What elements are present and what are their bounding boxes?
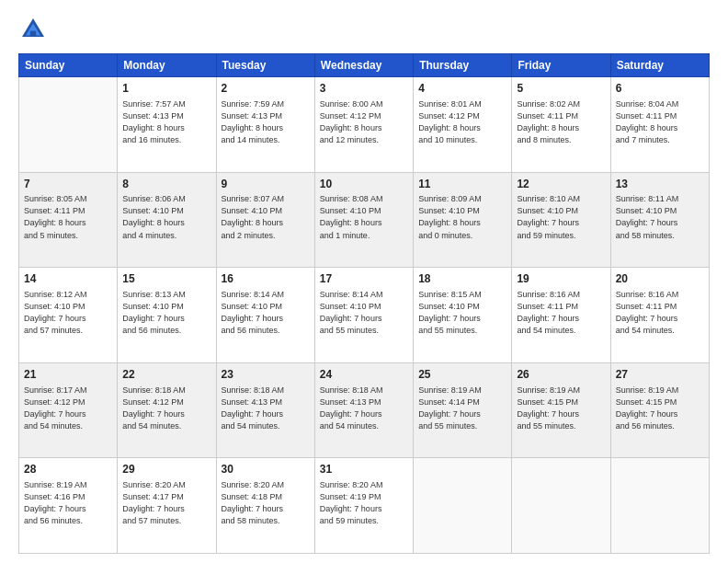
day-number: 5: [517, 81, 605, 97]
calendar-cell: 5Sunrise: 8:02 AM Sunset: 4:11 PM Daylig…: [512, 77, 610, 173]
calendar-cell: 11Sunrise: 8:09 AM Sunset: 4:10 PM Dayli…: [414, 172, 512, 268]
page: SundayMondayTuesdayWednesdayThursdayFrid…: [0, 0, 728, 563]
day-number: 3: [320, 81, 408, 97]
day-number: 28: [24, 462, 112, 477]
day-number: 27: [616, 367, 704, 383]
day-number: 22: [122, 367, 210, 383]
svg-rect-2: [30, 31, 36, 37]
calendar-cell: 13Sunrise: 8:11 AM Sunset: 4:10 PM Dayli…: [610, 172, 709, 268]
calendar-cell: [610, 458, 709, 554]
day-number: 17: [320, 271, 408, 287]
weekday-header-tuesday: Tuesday: [216, 54, 314, 77]
day-number: 25: [418, 367, 506, 383]
day-info: Sunrise: 8:19 AM Sunset: 4:14 PM Dayligh…: [418, 385, 506, 432]
calendar-cell: 16Sunrise: 8:14 AM Sunset: 4:10 PM Dayli…: [216, 268, 314, 363]
day-number: 2: [222, 81, 310, 97]
calendar-cell: 12Sunrise: 8:10 AM Sunset: 4:10 PM Dayli…: [512, 172, 610, 268]
weekday-header-monday: Monday: [118, 54, 216, 77]
day-number: 6: [616, 81, 704, 97]
weekday-header-wednesday: Wednesday: [314, 54, 413, 77]
day-info: Sunrise: 8:07 AM Sunset: 4:10 PM Dayligh…: [222, 193, 310, 241]
day-info: Sunrise: 8:04 AM Sunset: 4:11 PM Dayligh…: [616, 98, 704, 146]
day-info: Sunrise: 8:08 AM Sunset: 4:10 PM Dayligh…: [320, 193, 408, 241]
calendar-cell: 19Sunrise: 8:16 AM Sunset: 4:11 PM Dayli…: [512, 268, 610, 363]
weekday-header-thursday: Thursday: [414, 54, 512, 77]
day-info: Sunrise: 8:19 AM Sunset: 4:16 PM Dayligh…: [24, 479, 112, 527]
header: [18, 15, 710, 44]
weekday-header-saturday: Saturday: [610, 54, 709, 77]
week-row-4: 21Sunrise: 8:17 AM Sunset: 4:12 PM Dayli…: [19, 362, 710, 458]
calendar-cell: 2Sunrise: 7:59 AM Sunset: 4:13 PM Daylig…: [216, 77, 314, 173]
weekday-header-friday: Friday: [512, 54, 610, 77]
calendar-cell: 27Sunrise: 8:19 AM Sunset: 4:15 PM Dayli…: [610, 362, 709, 458]
day-number: 8: [122, 177, 210, 192]
day-number: 30: [222, 462, 310, 477]
calendar-cell: 28Sunrise: 8:19 AM Sunset: 4:16 PM Dayli…: [19, 458, 118, 554]
day-info: Sunrise: 8:17 AM Sunset: 4:12 PM Dayligh…: [24, 385, 112, 432]
day-info: Sunrise: 8:19 AM Sunset: 4:15 PM Dayligh…: [517, 385, 605, 432]
day-number: 19: [517, 271, 605, 287]
calendar-cell: 4Sunrise: 8:01 AM Sunset: 4:12 PM Daylig…: [414, 77, 512, 173]
calendar-cell: 17Sunrise: 8:14 AM Sunset: 4:10 PM Dayli…: [314, 268, 413, 363]
day-number: 24: [320, 367, 408, 383]
day-info: Sunrise: 8:20 AM Sunset: 4:17 PM Dayligh…: [122, 479, 210, 527]
calendar-cell: 18Sunrise: 8:15 AM Sunset: 4:10 PM Dayli…: [414, 268, 512, 363]
day-info: Sunrise: 7:57 AM Sunset: 4:13 PM Dayligh…: [122, 98, 210, 146]
weekday-header-sunday: Sunday: [19, 54, 118, 77]
calendar-table: SundayMondayTuesdayWednesdayThursdayFrid…: [18, 53, 710, 554]
day-number: 11: [418, 177, 506, 192]
calendar-cell: 26Sunrise: 8:19 AM Sunset: 4:15 PM Dayli…: [512, 362, 610, 458]
day-info: Sunrise: 8:09 AM Sunset: 4:10 PM Dayligh…: [418, 193, 506, 241]
calendar-cell: 7Sunrise: 8:05 AM Sunset: 4:11 PM Daylig…: [19, 172, 118, 268]
calendar-cell: 15Sunrise: 8:13 AM Sunset: 4:10 PM Dayli…: [118, 268, 216, 363]
day-number: 12: [517, 177, 605, 192]
day-number: 26: [517, 367, 605, 383]
calendar-cell: 9Sunrise: 8:07 AM Sunset: 4:10 PM Daylig…: [216, 172, 314, 268]
day-info: Sunrise: 8:19 AM Sunset: 4:15 PM Dayligh…: [616, 385, 704, 432]
day-number: 20: [616, 271, 704, 287]
day-info: Sunrise: 8:20 AM Sunset: 4:19 PM Dayligh…: [320, 479, 408, 527]
day-info: Sunrise: 8:10 AM Sunset: 4:10 PM Dayligh…: [517, 193, 605, 241]
calendar-cell: 3Sunrise: 8:00 AM Sunset: 4:12 PM Daylig…: [314, 77, 413, 173]
day-number: 15: [122, 271, 210, 287]
calendar-cell: 23Sunrise: 8:18 AM Sunset: 4:13 PM Dayli…: [216, 362, 314, 458]
calendar-cell: 30Sunrise: 8:20 AM Sunset: 4:18 PM Dayli…: [216, 458, 314, 554]
day-info: Sunrise: 8:18 AM Sunset: 4:13 PM Dayligh…: [222, 385, 310, 432]
day-number: 7: [24, 177, 112, 192]
calendar-cell: 6Sunrise: 8:04 AM Sunset: 4:11 PM Daylig…: [610, 77, 709, 173]
day-info: Sunrise: 8:14 AM Sunset: 4:10 PM Dayligh…: [222, 289, 310, 337]
week-row-2: 7Sunrise: 8:05 AM Sunset: 4:11 PM Daylig…: [19, 172, 710, 268]
weekday-header-row: SundayMondayTuesdayWednesdayThursdayFrid…: [19, 54, 710, 77]
day-number: 9: [222, 177, 310, 192]
day-info: Sunrise: 8:01 AM Sunset: 4:12 PM Dayligh…: [418, 98, 506, 146]
calendar-cell: 20Sunrise: 8:16 AM Sunset: 4:11 PM Dayli…: [610, 268, 709, 363]
day-info: Sunrise: 8:14 AM Sunset: 4:10 PM Dayligh…: [320, 289, 408, 337]
day-number: 10: [320, 177, 408, 192]
calendar-cell: [414, 458, 512, 554]
day-info: Sunrise: 8:18 AM Sunset: 4:12 PM Dayligh…: [122, 385, 210, 432]
day-info: Sunrise: 8:16 AM Sunset: 4:11 PM Dayligh…: [517, 289, 605, 337]
week-row-5: 28Sunrise: 8:19 AM Sunset: 4:16 PM Dayli…: [19, 458, 710, 554]
day-number: 16: [222, 271, 310, 287]
day-info: Sunrise: 8:13 AM Sunset: 4:10 PM Dayligh…: [122, 289, 210, 337]
day-info: Sunrise: 8:02 AM Sunset: 4:11 PM Dayligh…: [517, 98, 605, 146]
week-row-1: 1Sunrise: 7:57 AM Sunset: 4:13 PM Daylig…: [19, 77, 710, 173]
day-number: 4: [418, 81, 506, 97]
calendar-cell: 10Sunrise: 8:08 AM Sunset: 4:10 PM Dayli…: [314, 172, 413, 268]
day-number: 31: [320, 462, 408, 477]
day-info: Sunrise: 8:15 AM Sunset: 4:10 PM Dayligh…: [418, 289, 506, 337]
day-info: Sunrise: 8:00 AM Sunset: 4:12 PM Dayligh…: [320, 98, 408, 146]
day-info: Sunrise: 8:20 AM Sunset: 4:18 PM Dayligh…: [222, 479, 310, 527]
day-number: 23: [222, 367, 310, 383]
day-info: Sunrise: 8:11 AM Sunset: 4:10 PM Dayligh…: [616, 193, 704, 241]
week-row-3: 14Sunrise: 8:12 AM Sunset: 4:10 PM Dayli…: [19, 268, 710, 363]
day-info: Sunrise: 8:05 AM Sunset: 4:11 PM Dayligh…: [24, 193, 112, 241]
day-number: 1: [122, 81, 210, 97]
day-info: Sunrise: 8:18 AM Sunset: 4:13 PM Dayligh…: [320, 385, 408, 432]
day-number: 18: [418, 271, 506, 287]
day-info: Sunrise: 8:06 AM Sunset: 4:10 PM Dayligh…: [122, 193, 210, 241]
calendar-cell: 31Sunrise: 8:20 AM Sunset: 4:19 PM Dayli…: [314, 458, 413, 554]
calendar-cell: 22Sunrise: 8:18 AM Sunset: 4:12 PM Dayli…: [118, 362, 216, 458]
day-info: Sunrise: 8:12 AM Sunset: 4:10 PM Dayligh…: [24, 289, 112, 337]
day-info: Sunrise: 8:16 AM Sunset: 4:11 PM Dayligh…: [616, 289, 704, 337]
